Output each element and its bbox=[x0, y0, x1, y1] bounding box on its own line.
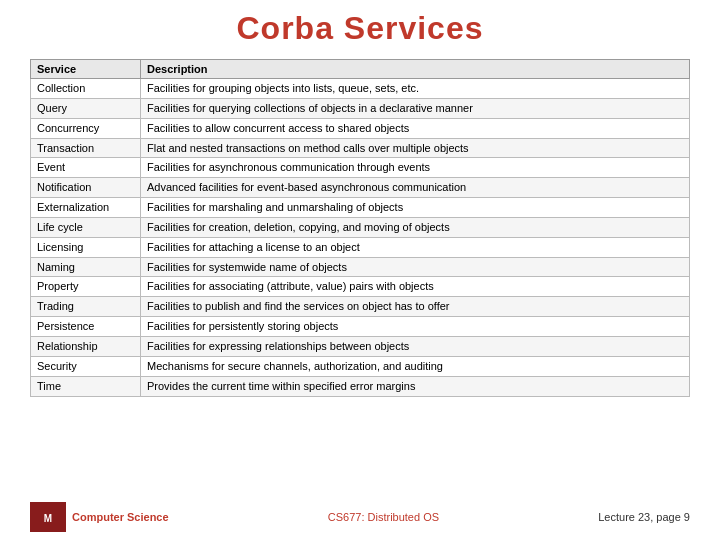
umass-logo-icon: M bbox=[30, 502, 66, 532]
cell-service: Notification bbox=[31, 178, 141, 198]
footer: M Computer Science CS677: Distributed OS… bbox=[30, 496, 690, 532]
table-row: QueryFacilities for querying collections… bbox=[31, 98, 690, 118]
table-row: PersistenceFacilities for persistently s… bbox=[31, 317, 690, 337]
services-table: Service Description CollectionFacilities… bbox=[30, 59, 690, 397]
page-title: Corba Services bbox=[30, 10, 690, 47]
cell-service: Life cycle bbox=[31, 217, 141, 237]
cell-service: Relationship bbox=[31, 336, 141, 356]
cell-description: Facilities for associating (attribute, v… bbox=[141, 277, 690, 297]
cell-description: Facilities for querying collections of o… bbox=[141, 98, 690, 118]
footer-lecture: Lecture 23, page 9 bbox=[598, 511, 690, 523]
footer-left: M Computer Science bbox=[30, 502, 169, 532]
table-row: NamingFacilities for systemwide name of … bbox=[31, 257, 690, 277]
cell-description: Facilities for systemwide name of object… bbox=[141, 257, 690, 277]
svg-text:M: M bbox=[44, 513, 52, 524]
cell-service: Property bbox=[31, 277, 141, 297]
table-row: RelationshipFacilities for expressing re… bbox=[31, 336, 690, 356]
table-row: LicensingFacilities for attaching a lice… bbox=[31, 237, 690, 257]
table-row: PropertyFacilities for associating (attr… bbox=[31, 277, 690, 297]
table-row: ConcurrencyFacilities to allow concurren… bbox=[31, 118, 690, 138]
cell-description: Facilities for creation, deletion, copyi… bbox=[141, 217, 690, 237]
table-row: SecurityMechanisms for secure channels, … bbox=[31, 356, 690, 376]
cell-service: Security bbox=[31, 356, 141, 376]
cell-service: Transaction bbox=[31, 138, 141, 158]
table-row: TradingFacilities to publish and find th… bbox=[31, 297, 690, 317]
cell-service: Time bbox=[31, 376, 141, 396]
table-row: CollectionFacilities for grouping object… bbox=[31, 79, 690, 99]
cell-description: Facilities to publish and find the servi… bbox=[141, 297, 690, 317]
cell-service: Concurrency bbox=[31, 118, 141, 138]
cell-description: Facilities for persistently storing obje… bbox=[141, 317, 690, 337]
col-header-service: Service bbox=[31, 60, 141, 79]
cell-service: Collection bbox=[31, 79, 141, 99]
table-header-row: Service Description bbox=[31, 60, 690, 79]
table-row: ExternalizationFacilities for marshaling… bbox=[31, 198, 690, 218]
cell-description: Flat and nested transactions on method c… bbox=[141, 138, 690, 158]
cell-description: Facilities for grouping objects into lis… bbox=[141, 79, 690, 99]
table-row: TimeProvides the current time within spe… bbox=[31, 376, 690, 396]
cell-service: Query bbox=[31, 98, 141, 118]
page: Corba Services Service Description Colle… bbox=[0, 0, 720, 540]
cell-service: Trading bbox=[31, 297, 141, 317]
col-header-description: Description bbox=[141, 60, 690, 79]
cell-service: Licensing bbox=[31, 237, 141, 257]
footer-course: CS677: Distributed OS bbox=[328, 511, 439, 523]
cell-service: Naming bbox=[31, 257, 141, 277]
cell-description: Advanced facilities for event-based asyn… bbox=[141, 178, 690, 198]
cell-description: Mechanisms for secure channels, authoriz… bbox=[141, 356, 690, 376]
cell-description: Facilities for expressing relationships … bbox=[141, 336, 690, 356]
cell-description: Facilities to allow concurrent access to… bbox=[141, 118, 690, 138]
cell-service: Externalization bbox=[31, 198, 141, 218]
cell-description: Facilities for marshaling and unmarshali… bbox=[141, 198, 690, 218]
cell-description: Facilities for attaching a license to an… bbox=[141, 237, 690, 257]
table-row: EventFacilities for asynchronous communi… bbox=[31, 158, 690, 178]
footer-org: Computer Science bbox=[72, 511, 169, 523]
cell-service: Persistence bbox=[31, 317, 141, 337]
table-row: TransactionFlat and nested transactions … bbox=[31, 138, 690, 158]
cell-description: Facilities for asynchronous communicatio… bbox=[141, 158, 690, 178]
cell-service: Event bbox=[31, 158, 141, 178]
cell-description: Provides the current time within specifi… bbox=[141, 376, 690, 396]
table-row: Life cycleFacilities for creation, delet… bbox=[31, 217, 690, 237]
table-row: NotificationAdvanced facilities for even… bbox=[31, 178, 690, 198]
